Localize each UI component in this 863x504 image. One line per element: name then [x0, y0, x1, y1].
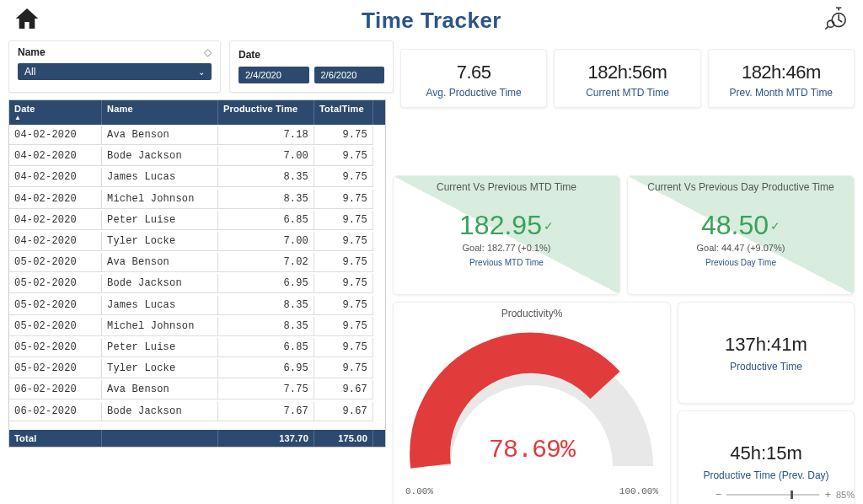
mtd-title: Current Vs Previous MTD Time — [400, 181, 613, 193]
cell-prod: 7.00 — [218, 147, 314, 166]
zoom-out-button[interactable]: − — [716, 488, 722, 501]
cell-date: 05-02-2020 — [9, 359, 102, 378]
check-icon: ✓ — [544, 219, 554, 233]
cell-tot: 9.75 — [314, 253, 373, 272]
cell-name: Ava Benson — [102, 126, 218, 145]
filter-name-card: Name ◇ All ⌄ — [8, 40, 221, 93]
table-row[interactable]: 05-02-2020Michel Johnson8.359.75 — [9, 316, 385, 337]
cell-tot: 9.75 — [314, 168, 373, 187]
stat-label: Productive Time (Prev. Day) — [678, 469, 854, 481]
gauge-title: Productivity% — [400, 308, 663, 319]
cell-prod: 7.67 — [218, 402, 314, 421]
cell-date: 04-02-2020 — [9, 190, 102, 209]
cell-tot: 9.75 — [314, 232, 373, 251]
table-row[interactable]: 05-02-2020Ava Benson7.029.75 — [9, 252, 385, 273]
table-header[interactable]: Date ▲ Name Productive Time TotalTime — [9, 100, 385, 125]
footer-label: Total — [9, 430, 102, 447]
cell-date: 05-02-2020 — [9, 338, 102, 357]
date-to-input[interactable]: 2/6/2020 — [314, 67, 385, 83]
table-body[interactable]: 04-02-2020Ava Benson7.189.7504-02-2020Bo… — [9, 125, 385, 430]
cell-date: 05-02-2020 — [9, 317, 102, 336]
cell-name: James Lucas — [102, 296, 218, 315]
cell-prod: 6.95 — [218, 274, 314, 293]
filter-date-label: Date — [239, 49, 260, 61]
mtd-link[interactable]: Previous Day Time — [635, 258, 847, 267]
cell-date: 04-02-2020 — [9, 168, 102, 187]
cell-date: 05-02-2020 — [9, 253, 102, 272]
cell-name: Tyler Locke — [102, 232, 218, 251]
name-select[interactable]: All ⌄ — [18, 63, 212, 80]
col-productive[interactable]: Productive Time — [218, 100, 314, 125]
sort-asc-icon: ▲ — [14, 114, 96, 121]
cell-tot: 9.67 — [314, 380, 373, 399]
page-title: Time Tracker — [40, 8, 823, 34]
table-row[interactable]: 04-02-2020Bode Jackson7.009.75 — [9, 146, 385, 167]
cell-name: Michel Johnson — [102, 317, 218, 336]
table-row[interactable]: 06-02-2020Ava Benson7.759.67 — [9, 379, 385, 400]
mtd-value: 182.95 ✓ — [459, 210, 554, 241]
table-row[interactable]: 04-02-2020Michel Johnson8.359.75 — [9, 189, 385, 210]
cell-tot: 9.75 — [314, 147, 373, 166]
productivity-gauge: Productivity% 78.69% 0.00% 100.00% — [393, 302, 671, 504]
zoom-thumb[interactable] — [791, 491, 793, 499]
name-select-value: All — [24, 66, 35, 78]
cell-tot: 9.75 — [314, 338, 373, 357]
kpi-prev-mtd: 182h:46m Prev. Month MTD Time — [708, 49, 855, 108]
table-row[interactable]: 04-02-2020James Lucas8.359.75 — [9, 167, 385, 188]
filter-date-card: Date 2/4/2020 2/6/2020 — [229, 40, 394, 93]
zoom-percent: 85% — [836, 490, 855, 500]
table-row[interactable]: 04-02-2020Tyler Locke7.009.75 — [9, 231, 385, 252]
check-icon: ✓ — [770, 219, 780, 233]
cell-prod: 8.35 — [218, 168, 314, 187]
table-row[interactable]: 05-02-2020Tyler Locke6.959.75 — [9, 358, 385, 379]
col-total[interactable]: TotalTime — [314, 100, 373, 125]
time-table: Date ▲ Name Productive Time TotalTime 04… — [8, 99, 386, 448]
cell-date: 05-02-2020 — [9, 274, 102, 293]
table-row[interactable]: 04-02-2020Ava Benson7.189.75 — [9, 125, 385, 146]
cell-date: 05-02-2020 — [9, 296, 102, 315]
cell-tot: 9.75 — [314, 126, 373, 145]
kpi-label: Prev. Month MTD Time — [712, 87, 850, 99]
cell-name: Ava Benson — [102, 253, 218, 272]
table-row[interactable]: 04-02-2020Peter Luise6.859.75 — [9, 210, 385, 231]
stopwatch-search-icon[interactable] — [823, 5, 850, 35]
table-row[interactable]: 05-02-2020James Lucas8.359.75 — [9, 295, 385, 316]
cell-date: 04-02-2020 — [9, 211, 102, 230]
cell-name: Bode Jackson — [102, 402, 218, 421]
cell-prod: 8.35 — [218, 317, 314, 336]
gauge-max: 100.00% — [619, 486, 658, 496]
cell-prod: 7.02 — [218, 253, 314, 272]
card-productive-time: 137h:41m Productive Time — [678, 302, 855, 404]
cell-name: Bode Jackson — [102, 274, 218, 293]
cell-tot: 9.67 — [314, 402, 373, 421]
mtd-goal: Goal: 182.77 (+0.1%) — [400, 243, 613, 253]
cell-prod: 6.95 — [218, 359, 314, 378]
zoom-control[interactable]: − + 85% — [716, 488, 855, 501]
cell-date: 06-02-2020 — [9, 380, 102, 399]
cell-name: Tyler Locke — [102, 359, 218, 378]
card-current-vs-prev-day: Current Vs Previous Day Productive Time … — [627, 175, 855, 295]
stat-label: Productive Time — [678, 361, 854, 373]
table-row[interactable]: 05-02-2020Bode Jackson6.959.75 — [9, 273, 385, 294]
cell-prod: 6.85 — [218, 211, 314, 230]
col-name[interactable]: Name — [102, 100, 218, 125]
cell-tot: 9.75 — [314, 190, 373, 209]
kpi-value: 182h:46m — [712, 62, 850, 83]
col-date[interactable]: Date ▲ — [9, 100, 102, 125]
cell-tot: 9.75 — [314, 296, 373, 315]
date-from-input[interactable]: 2/4/2020 — [239, 67, 309, 83]
mtd-value: 48.50 ✓ — [701, 210, 780, 241]
eraser-icon[interactable]: ◇ — [204, 46, 212, 58]
zoom-in-button[interactable]: + — [824, 488, 831, 501]
table-row[interactable]: 05-02-2020Peter Luise6.859.75 — [9, 337, 385, 358]
gauge-min: 0.00% — [405, 486, 433, 496]
mtd-link[interactable]: Previous MTD Time — [400, 258, 613, 267]
gauge-percent: 78.69% — [394, 436, 670, 464]
cell-prod: 6.85 — [218, 338, 314, 357]
kpi-label: Avg. Productive Time — [405, 87, 543, 99]
zoom-slider[interactable] — [726, 494, 819, 496]
cell-prod: 7.75 — [218, 380, 314, 399]
home-icon[interactable] — [13, 5, 40, 35]
cell-prod: 7.00 — [218, 232, 314, 251]
table-row[interactable]: 06-02-2020Bode Jackson7.679.67 — [9, 400, 385, 421]
